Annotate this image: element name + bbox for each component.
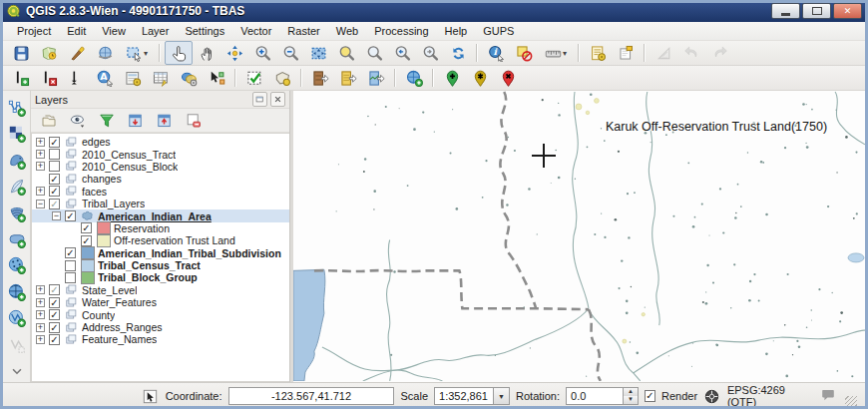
- rotation-spinbox[interactable]: 0.0 ▲ ▼: [566, 387, 639, 405]
- menu-project[interactable]: Project: [9, 23, 59, 39]
- layer-item-american-indian-area[interactable]: −✓American_Indian_Area: [32, 209, 289, 221]
- style-manager-button[interactable]: [63, 41, 91, 65]
- menu-processing[interactable]: Processing: [366, 23, 436, 39]
- refresh-map-button[interactable]: [444, 41, 472, 65]
- menu-layer[interactable]: Layer: [134, 23, 178, 39]
- maximize-button[interactable]: [802, 3, 831, 19]
- layer-item-feature-names[interactable]: +✓Feature_Names: [32, 333, 289, 345]
- zoom-full-extent-button[interactable]: [304, 41, 332, 65]
- remove-layer-group-button[interactable]: [184, 111, 204, 131]
- add-mssql-layer-button[interactable]: [6, 203, 28, 223]
- close-panel-button[interactable]: [270, 92, 285, 107]
- select-features-by-rectangle-dropdown-icon[interactable]: ▾: [144, 49, 148, 58]
- touch-zoom-pan-button[interactable]: [165, 41, 193, 65]
- layer-item-water-features[interactable]: +✓Water_Features: [32, 296, 289, 308]
- layer-checkbox[interactable]: ✓: [49, 186, 60, 197]
- layer-checkbox[interactable]: ✓: [49, 297, 60, 308]
- delete-linear-feature-button[interactable]: [35, 66, 63, 90]
- layer-checkbox[interactable]: ✓: [65, 247, 76, 258]
- layer-checkbox[interactable]: ✓: [49, 137, 60, 148]
- collapse-all-button[interactable]: [155, 111, 175, 131]
- review-validate-changes-button[interactable]: [240, 66, 268, 90]
- add-spatialite-layer-button[interactable]: [6, 176, 28, 197]
- select-geography-button[interactable]: [203, 66, 230, 90]
- expander-icon[interactable]: +: [36, 138, 45, 147]
- filter-legend-button[interactable]: [97, 111, 117, 131]
- float-panel-button[interactable]: [252, 92, 267, 107]
- expander-icon[interactable]: +: [36, 335, 45, 344]
- scale-value[interactable]: 1:352,861: [434, 387, 494, 405]
- menu-settings[interactable]: Settings: [177, 23, 232, 39]
- expand-all-button[interactable]: [126, 111, 146, 131]
- add-group-button[interactable]: [39, 111, 59, 131]
- add-wfs-layer-button[interactable]: [6, 308, 28, 329]
- minimize-button[interactable]: [771, 3, 800, 19]
- menu-edit[interactable]: Edit: [59, 23, 94, 39]
- measure-line-dropdown-icon[interactable]: ▾: [563, 49, 567, 58]
- select-features-by-rectangle-button[interactable]: ▾: [119, 41, 155, 65]
- layer-item-off-reservation-trust-land[interactable]: ✓Off-reservation Trust Land: [32, 234, 289, 246]
- add-wms-layer-button[interactable]: [6, 255, 28, 276]
- layer-checkbox[interactable]: [49, 161, 60, 172]
- layer-checkbox[interactable]: ✓: [49, 199, 60, 209]
- layer-checkbox[interactable]: ✓: [49, 174, 60, 185]
- add-oracle-layer-button[interactable]: [6, 228, 28, 249]
- flag-point-marker-button[interactable]: [466, 66, 494, 90]
- manage-layer-visibility-button[interactable]: [68, 111, 88, 131]
- layer-checkbox[interactable]: [49, 149, 60, 160]
- menu-view[interactable]: View: [94, 23, 134, 39]
- scale-dropdown-icon[interactable]: ▼: [494, 387, 510, 405]
- add-wcs-layer-button[interactable]: [6, 281, 28, 302]
- layer-checkbox[interactable]: ✓: [81, 235, 92, 246]
- layer-checkbox[interactable]: ✓: [65, 210, 76, 221]
- zoom-to-selection-button[interactable]: [332, 41, 360, 65]
- layer-item-state-level[interactable]: +✓State_Level: [32, 284, 289, 296]
- map-canvas[interactable]: Karuk Off-Reservation Trust Land(1750): [293, 91, 865, 382]
- zoom-in-button[interactable]: [248, 41, 276, 65]
- map-tips-button[interactable]: [584, 41, 612, 65]
- extent-pointer-toggle[interactable]: [142, 386, 160, 406]
- expander-icon[interactable]: −: [36, 200, 45, 208]
- layer-item-2010-census-tract[interactable]: +2010_Census_Tract: [32, 148, 289, 160]
- add-web-service-layer-button[interactable]: [400, 66, 428, 90]
- layer-item-tribal-census-tract[interactable]: Tribal_Census_Tract: [32, 259, 289, 271]
- resize-grip[interactable]: [845, 396, 857, 409]
- add-linear-feature-button[interactable]: [7, 66, 35, 90]
- save-project-button[interactable]: [7, 41, 35, 65]
- messages-bubble-icon[interactable]: [820, 386, 838, 406]
- crs-status-icon[interactable]: [703, 386, 721, 406]
- open-attribute-table-button[interactable]: [147, 66, 175, 90]
- modify-area-feature-button[interactable]: [268, 66, 296, 90]
- layer-item-changes[interactable]: ✓changes: [32, 173, 289, 185]
- layer-item-tribal-block-group[interactable]: Tribal_Block_Group: [32, 271, 289, 283]
- new-bookmark-button[interactable]: [612, 41, 640, 65]
- layer-checkbox[interactable]: ✓: [81, 222, 92, 233]
- split-linear-feature-button[interactable]: [63, 66, 91, 90]
- expander-icon[interactable]: +: [36, 285, 45, 294]
- coordinate-input[interactable]: -123.567,41.712: [228, 387, 395, 405]
- add-point-marker-button[interactable]: [438, 66, 466, 90]
- layer-item-2010-census-block[interactable]: +2010_Census_Block: [32, 161, 289, 173]
- expander-icon[interactable]: +: [36, 162, 45, 171]
- layer-item-address-ranges[interactable]: +✓Address_Ranges: [32, 321, 289, 333]
- delete-point-marker-button[interactable]: [494, 66, 522, 90]
- expander-icon[interactable]: +: [36, 150, 45, 159]
- add-vector-layer-button[interactable]: [6, 97, 28, 118]
- close-button[interactable]: ✕: [833, 3, 862, 19]
- scale-combo[interactable]: 1:352,861 ▼: [434, 387, 510, 405]
- layer-item-edges[interactable]: +✓edges: [32, 136, 289, 148]
- layer-checkbox[interactable]: ✓: [49, 322, 60, 333]
- expander-icon[interactable]: +: [36, 187, 45, 196]
- expander-icon[interactable]: +: [36, 323, 45, 332]
- layer-checkbox[interactable]: ✓: [49, 284, 60, 295]
- layer-checkbox[interactable]: ✓: [49, 334, 60, 345]
- menu-web[interactable]: Web: [328, 23, 366, 39]
- label-options-button[interactable]: A: [91, 66, 119, 90]
- layer-item-reservation[interactable]: ✓Reservation: [32, 222, 289, 234]
- geography-review-tool-button[interactable]: [175, 66, 203, 90]
- zoom-to-layer-button[interactable]: [360, 41, 388, 65]
- measure-line-button[interactable]: ▾: [538, 41, 574, 65]
- expander-icon[interactable]: +: [36, 298, 45, 307]
- layer-checkbox[interactable]: ✓: [49, 309, 60, 320]
- toolbar-overflow-button[interactable]: [6, 361, 28, 382]
